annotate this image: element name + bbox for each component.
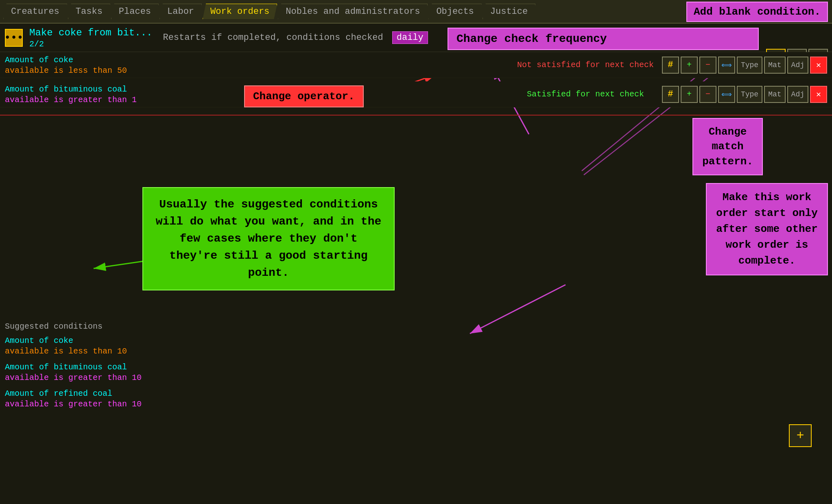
cond1-arrows-btn[interactable]: ⟺: [718, 57, 735, 74]
tab-objects[interactable]: Objects: [428, 4, 481, 19]
tab-creatures[interactable]: Creatures: [3, 4, 67, 19]
make-work-order-start-tooltip: Make this work order start only after so…: [706, 183, 828, 275]
cond2-minus-btn[interactable]: −: [699, 86, 716, 103]
cond1-hash-btn[interactable]: #: [662, 57, 679, 74]
add-blank-condition-tooltip: Add blank condition.: [686, 2, 828, 22]
tab-labor[interactable]: Labor: [159, 4, 202, 19]
condition-1-status: Not satisfied for next check: [512, 60, 659, 70]
cond1-type-btn[interactable]: Type: [737, 57, 762, 74]
condition-2-status: Satisfied for next check: [512, 89, 659, 99]
cond2-delete-btn[interactable]: ✕: [810, 86, 827, 103]
suggested-item-2: Amount of bituminous coal available is g…: [5, 362, 142, 382]
condition-row-1: Amount of coke available is less than 50…: [0, 52, 832, 78]
condition-1-text: Amount of coke available is less than 50: [5, 55, 509, 75]
cond2-adj-btn[interactable]: Adj: [787, 86, 808, 103]
change-check-frequency-tooltip: Change check frequency: [448, 28, 759, 50]
cond1-minus-btn[interactable]: −: [699, 57, 716, 74]
condition-separator: [0, 115, 832, 116]
condition-1-buttons: # + − ⟺ Type Mat Adj ✕: [662, 57, 827, 74]
suggested-label: Suggested conditions: [5, 322, 142, 331]
nav-bar: Creatures Tasks Places Labor Work orders…: [0, 0, 832, 24]
suggested-conditions-info-box: Usually the suggested conditions will do…: [142, 187, 395, 290]
condition-2-buttons: # + − ⟺ Type Mat Adj ✕: [662, 86, 827, 103]
restart-text: Restarts if completed, conditions checke…: [163, 33, 383, 43]
tab-tasks[interactable]: Tasks: [68, 4, 110, 19]
cond2-hash-btn[interactable]: #: [662, 86, 679, 103]
tab-nobles[interactable]: Nobles and administrators: [278, 4, 428, 19]
cond1-plus-btn[interactable]: +: [681, 57, 698, 74]
svg-line-9: [470, 285, 566, 334]
tab-places[interactable]: Places: [111, 4, 159, 19]
change-operator-tooltip: Change operator.: [244, 85, 364, 107]
cond2-mat-btn[interactable]: Mat: [764, 86, 785, 103]
work-order-title: Make coke from bit... 2/2: [29, 26, 152, 48]
tab-work-orders[interactable]: Work orders: [203, 4, 277, 19]
suggested-item-1: Amount of coke available is less than 10: [5, 335, 142, 356]
suggested-item-3: Amount of refined coal available is grea…: [5, 388, 142, 409]
cond2-type-btn[interactable]: Type: [737, 86, 762, 103]
cond1-mat-btn[interactable]: Mat: [764, 57, 785, 74]
change-match-pattern-tooltip: Change match pattern.: [692, 118, 763, 175]
suggested-conditions-section: Suggested conditions Amount of coke avai…: [5, 322, 142, 415]
condition-row-2: Amount of bituminous coal available is g…: [0, 81, 832, 107]
cond2-arrows-btn[interactable]: ⟺: [718, 86, 735, 103]
plus-button-bottom-right[interactable]: +: [789, 424, 812, 447]
cond1-delete-btn[interactable]: ✕: [810, 57, 827, 74]
work-order-icon: •••: [5, 29, 23, 47]
cond1-adj-btn[interactable]: Adj: [787, 57, 808, 74]
frequency-badge[interactable]: daily: [392, 31, 428, 44]
tab-justice[interactable]: Justice: [483, 4, 535, 19]
cond2-plus-btn[interactable]: +: [681, 86, 698, 103]
